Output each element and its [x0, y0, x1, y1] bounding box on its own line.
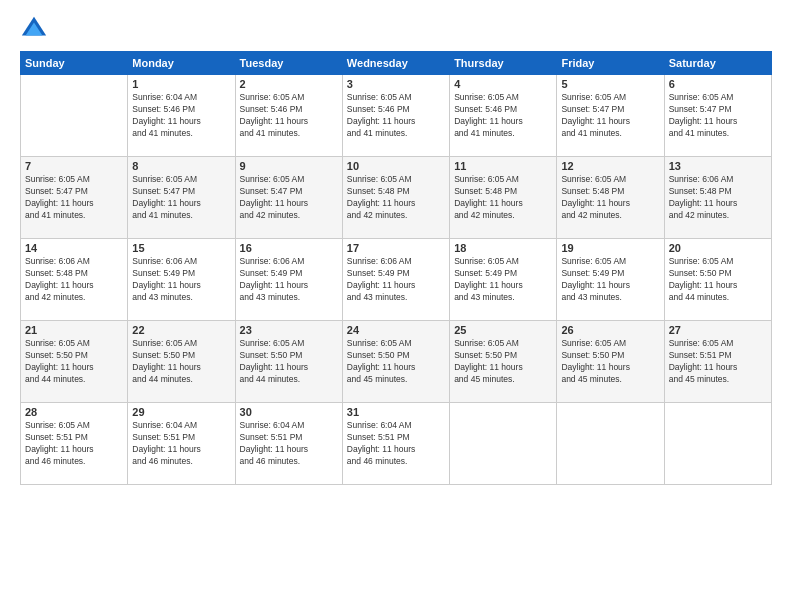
day-number: 1 — [132, 78, 230, 90]
day-info: Sunrise: 6:05 AM Sunset: 5:49 PM Dayligh… — [561, 256, 659, 304]
calendar-cell: 29Sunrise: 6:04 AM Sunset: 5:51 PM Dayli… — [128, 403, 235, 485]
calendar-cell: 25Sunrise: 6:05 AM Sunset: 5:50 PM Dayli… — [450, 321, 557, 403]
day-info: Sunrise: 6:05 AM Sunset: 5:50 PM Dayligh… — [561, 338, 659, 386]
calendar-cell: 17Sunrise: 6:06 AM Sunset: 5:49 PM Dayli… — [342, 239, 449, 321]
day-number: 15 — [132, 242, 230, 254]
calendar-header-row: SundayMondayTuesdayWednesdayThursdayFrid… — [21, 52, 772, 75]
day-number: 11 — [454, 160, 552, 172]
calendar-cell: 20Sunrise: 6:05 AM Sunset: 5:50 PM Dayli… — [664, 239, 771, 321]
day-info: Sunrise: 6:06 AM Sunset: 5:49 PM Dayligh… — [132, 256, 230, 304]
logo — [20, 15, 52, 43]
day-number: 7 — [25, 160, 123, 172]
day-info: Sunrise: 6:05 AM Sunset: 5:50 PM Dayligh… — [669, 256, 767, 304]
day-info: Sunrise: 6:05 AM Sunset: 5:48 PM Dayligh… — [347, 174, 445, 222]
day-number: 30 — [240, 406, 338, 418]
calendar-cell: 1Sunrise: 6:04 AM Sunset: 5:46 PM Daylig… — [128, 75, 235, 157]
day-info: Sunrise: 6:05 AM Sunset: 5:47 PM Dayligh… — [669, 92, 767, 140]
day-info: Sunrise: 6:06 AM Sunset: 5:49 PM Dayligh… — [240, 256, 338, 304]
calendar-cell: 11Sunrise: 6:05 AM Sunset: 5:48 PM Dayli… — [450, 157, 557, 239]
calendar-cell: 31Sunrise: 6:04 AM Sunset: 5:51 PM Dayli… — [342, 403, 449, 485]
day-info: Sunrise: 6:05 AM Sunset: 5:50 PM Dayligh… — [347, 338, 445, 386]
calendar-cell: 16Sunrise: 6:06 AM Sunset: 5:49 PM Dayli… — [235, 239, 342, 321]
calendar-cell: 26Sunrise: 6:05 AM Sunset: 5:50 PM Dayli… — [557, 321, 664, 403]
day-info: Sunrise: 6:05 AM Sunset: 5:50 PM Dayligh… — [240, 338, 338, 386]
calendar-cell: 28Sunrise: 6:05 AM Sunset: 5:51 PM Dayli… — [21, 403, 128, 485]
day-number: 16 — [240, 242, 338, 254]
day-info: Sunrise: 6:06 AM Sunset: 5:48 PM Dayligh… — [25, 256, 123, 304]
day-info: Sunrise: 6:05 AM Sunset: 5:47 PM Dayligh… — [240, 174, 338, 222]
calendar-cell: 9Sunrise: 6:05 AM Sunset: 5:47 PM Daylig… — [235, 157, 342, 239]
calendar-cell: 5Sunrise: 6:05 AM Sunset: 5:47 PM Daylig… — [557, 75, 664, 157]
day-number: 20 — [669, 242, 767, 254]
day-info: Sunrise: 6:05 AM Sunset: 5:48 PM Dayligh… — [561, 174, 659, 222]
day-number: 27 — [669, 324, 767, 336]
day-number: 31 — [347, 406, 445, 418]
calendar-cell: 12Sunrise: 6:05 AM Sunset: 5:48 PM Dayli… — [557, 157, 664, 239]
calendar-header-thursday: Thursday — [450, 52, 557, 75]
day-info: Sunrise: 6:04 AM Sunset: 5:51 PM Dayligh… — [132, 420, 230, 468]
calendar-cell: 22Sunrise: 6:05 AM Sunset: 5:50 PM Dayli… — [128, 321, 235, 403]
day-number: 8 — [132, 160, 230, 172]
day-number: 23 — [240, 324, 338, 336]
calendar-header-friday: Friday — [557, 52, 664, 75]
calendar-header-tuesday: Tuesday — [235, 52, 342, 75]
calendar-cell: 13Sunrise: 6:06 AM Sunset: 5:48 PM Dayli… — [664, 157, 771, 239]
calendar-cell: 4Sunrise: 6:05 AM Sunset: 5:46 PM Daylig… — [450, 75, 557, 157]
day-number: 10 — [347, 160, 445, 172]
day-number: 25 — [454, 324, 552, 336]
day-number: 28 — [25, 406, 123, 418]
day-info: Sunrise: 6:04 AM Sunset: 5:51 PM Dayligh… — [347, 420, 445, 468]
day-info: Sunrise: 6:05 AM Sunset: 5:50 PM Dayligh… — [454, 338, 552, 386]
day-number: 9 — [240, 160, 338, 172]
day-info: Sunrise: 6:04 AM Sunset: 5:46 PM Dayligh… — [132, 92, 230, 140]
day-number: 21 — [25, 324, 123, 336]
calendar-header-wednesday: Wednesday — [342, 52, 449, 75]
calendar-cell: 27Sunrise: 6:05 AM Sunset: 5:51 PM Dayli… — [664, 321, 771, 403]
calendar-cell — [450, 403, 557, 485]
day-info: Sunrise: 6:05 AM Sunset: 5:46 PM Dayligh… — [347, 92, 445, 140]
day-number: 12 — [561, 160, 659, 172]
day-info: Sunrise: 6:05 AM Sunset: 5:46 PM Dayligh… — [240, 92, 338, 140]
day-number: 6 — [669, 78, 767, 90]
calendar-cell: 21Sunrise: 6:05 AM Sunset: 5:50 PM Dayli… — [21, 321, 128, 403]
day-info: Sunrise: 6:05 AM Sunset: 5:50 PM Dayligh… — [132, 338, 230, 386]
calendar-week-0: 1Sunrise: 6:04 AM Sunset: 5:46 PM Daylig… — [21, 75, 772, 157]
day-info: Sunrise: 6:04 AM Sunset: 5:51 PM Dayligh… — [240, 420, 338, 468]
day-number: 29 — [132, 406, 230, 418]
calendar-header-sunday: Sunday — [21, 52, 128, 75]
day-number: 22 — [132, 324, 230, 336]
calendar-cell: 7Sunrise: 6:05 AM Sunset: 5:47 PM Daylig… — [21, 157, 128, 239]
calendar-header-monday: Monday — [128, 52, 235, 75]
day-number: 24 — [347, 324, 445, 336]
day-number: 4 — [454, 78, 552, 90]
calendar-cell: 8Sunrise: 6:05 AM Sunset: 5:47 PM Daylig… — [128, 157, 235, 239]
day-number: 17 — [347, 242, 445, 254]
calendar-cell: 3Sunrise: 6:05 AM Sunset: 5:46 PM Daylig… — [342, 75, 449, 157]
calendar-cell: 18Sunrise: 6:05 AM Sunset: 5:49 PM Dayli… — [450, 239, 557, 321]
day-info: Sunrise: 6:05 AM Sunset: 5:47 PM Dayligh… — [25, 174, 123, 222]
calendar-cell: 6Sunrise: 6:05 AM Sunset: 5:47 PM Daylig… — [664, 75, 771, 157]
day-number: 13 — [669, 160, 767, 172]
day-info: Sunrise: 6:05 AM Sunset: 5:50 PM Dayligh… — [25, 338, 123, 386]
day-number: 5 — [561, 78, 659, 90]
calendar-cell: 15Sunrise: 6:06 AM Sunset: 5:49 PM Dayli… — [128, 239, 235, 321]
day-info: Sunrise: 6:05 AM Sunset: 5:48 PM Dayligh… — [454, 174, 552, 222]
calendar-week-2: 14Sunrise: 6:06 AM Sunset: 5:48 PM Dayli… — [21, 239, 772, 321]
calendar-header-saturday: Saturday — [664, 52, 771, 75]
day-number: 2 — [240, 78, 338, 90]
day-info: Sunrise: 6:05 AM Sunset: 5:47 PM Dayligh… — [132, 174, 230, 222]
calendar-week-4: 28Sunrise: 6:05 AM Sunset: 5:51 PM Dayli… — [21, 403, 772, 485]
calendar-cell — [21, 75, 128, 157]
calendar-cell: 2Sunrise: 6:05 AM Sunset: 5:46 PM Daylig… — [235, 75, 342, 157]
logo-icon — [20, 15, 48, 43]
calendar-cell: 10Sunrise: 6:05 AM Sunset: 5:48 PM Dayli… — [342, 157, 449, 239]
day-info: Sunrise: 6:05 AM Sunset: 5:46 PM Dayligh… — [454, 92, 552, 140]
calendar: SundayMondayTuesdayWednesdayThursdayFrid… — [20, 51, 772, 485]
calendar-week-1: 7Sunrise: 6:05 AM Sunset: 5:47 PM Daylig… — [21, 157, 772, 239]
day-info: Sunrise: 6:05 AM Sunset: 5:49 PM Dayligh… — [454, 256, 552, 304]
day-info: Sunrise: 6:05 AM Sunset: 5:51 PM Dayligh… — [669, 338, 767, 386]
page: SundayMondayTuesdayWednesdayThursdayFrid… — [0, 0, 792, 612]
calendar-cell: 14Sunrise: 6:06 AM Sunset: 5:48 PM Dayli… — [21, 239, 128, 321]
calendar-cell — [664, 403, 771, 485]
day-info: Sunrise: 6:05 AM Sunset: 5:51 PM Dayligh… — [25, 420, 123, 468]
